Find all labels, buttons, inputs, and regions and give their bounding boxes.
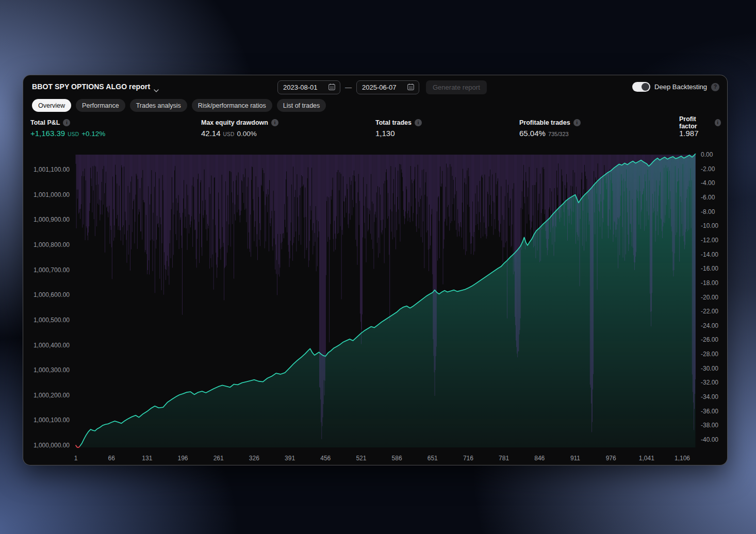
x-axis-label: 586 [392,455,402,462]
backtest-report-panel: BBOT SPY OPTIONS ALGO report 2023-08-01 … [23,75,728,465]
tab-list-of-trades[interactable]: List of trades [277,99,326,112]
y-axis-label: -16.00 [701,265,718,272]
tab-risk-performance-ratios[interactable]: Risk/performance ratios [192,99,272,112]
x-axis-label: 911 [570,455,580,462]
y-axis-label: 1,000,900.00 [23,216,70,223]
chart-plot-area[interactable] [75,154,697,448]
x-axis-label: 781 [499,455,509,462]
stat-extra: 0.00% [237,130,257,138]
x-axis-label: 1 [74,455,78,462]
x-axis-label: 846 [534,455,545,462]
stat-total-pnl: Total P&L i +1,163.39 USD +0.12% [30,119,105,138]
x-axis-label: 716 [463,455,473,462]
stat-value: 42.14 [201,129,221,138]
stat-profit-factor: Profit factor i 1.987 [679,119,721,138]
info-icon[interactable]: i [63,119,70,126]
y-axis-label: -28.00 [701,351,718,358]
x-axis-label: 651 [428,455,438,462]
x-axis-label: 456 [320,455,331,462]
stat-label: Total trades [375,119,412,126]
x-axis-label: 196 [178,455,188,462]
date-from-input[interactable]: 2023-08-01 [277,80,340,94]
x-axis-label: 261 [213,455,224,462]
tab-overview[interactable]: Overview [32,99,71,112]
stat-value: 65.04% [519,129,546,138]
x-axis-label: 1,106 [675,455,690,462]
x-axis-label: 66 [108,455,114,462]
y-axis-label: 1,000,500.00 [23,316,70,324]
stat-profitable-trades: Profitable trades i 65.04% 735/323 [519,119,581,138]
y-axis-label: -26.00 [701,336,718,343]
y-axis-label: -40.00 [701,436,718,443]
generate-report-button[interactable]: Generate report [426,80,487,94]
y-axis-label: -20.00 [701,294,718,301]
equity-drawdown-chart: 1,001,100.001,001,000.001,000,900.001,00… [23,150,728,466]
y-axis-label: 1,001,100.00 [23,166,70,173]
y-axis-label: -8.00 [701,208,715,215]
y-axis-label: 1,000,700.00 [23,266,70,274]
y-axis-label: 1,000,800.00 [23,241,70,248]
calendar-icon [328,83,336,92]
y-axis-label: 1,000,200.00 [23,392,70,399]
stat-unit: USD [223,131,235,137]
date-to-value: 2025-06-07 [362,84,397,91]
stat-total-trades: Total trades i 1,130 [375,119,422,138]
chevron-down-icon [154,85,159,88]
stat-value: +1,163.39 [30,129,65,138]
y-axis-label: -18.00 [701,279,718,287]
stat-value: 1,130 [375,129,395,138]
report-title: BBOT SPY OPTIONS ALGO report [32,82,150,91]
y-axis-label: -38.00 [701,422,718,429]
info-icon[interactable]: i [715,119,721,126]
y-axis-label: -30.00 [701,365,718,372]
info-icon[interactable]: i [271,119,278,126]
tab-trades-analysis[interactable]: Trades analysis [130,99,187,112]
date-from-value: 2023-08-01 [283,84,318,91]
x-axis-label: 976 [606,455,616,462]
y-axis-label: 1,000,600.00 [23,291,70,298]
y-axis-label: -32.00 [701,379,718,386]
help-icon[interactable]: ? [711,83,719,91]
y-axis-label: 0.00 [701,151,713,158]
y-axis-label: -12.00 [701,237,718,244]
y-axis-label: -14.00 [701,251,718,258]
y-axis-label: 1,000,300.00 [23,366,70,374]
stat-max-equity-drawdown: Max equity drawdown i 42.14 USD 0.00% [201,119,278,138]
summary-stats-row: Total P&L i +1,163.39 USD +0.12% Max equ… [23,119,727,143]
x-axis-label: 521 [356,455,366,462]
y-axis-label: -24.00 [701,322,718,329]
deep-backtesting-toggle[interactable] [632,82,650,92]
deep-backtesting-label: Deep Backtesting [654,83,707,91]
calendar-icon [407,83,415,92]
y-axis-label: -22.00 [701,308,718,315]
y-axis-label: -2.00 [701,165,715,173]
x-axis-label: 1,041 [639,455,654,462]
stat-unit: USD [68,131,79,137]
y-axis-label: -6.00 [701,194,715,201]
tab-performance[interactable]: Performance [76,99,125,112]
report-title-dropdown[interactable]: BBOT SPY OPTIONS ALGO report [32,82,159,91]
y-axis-label: -34.00 [701,393,718,400]
stat-extra: 735/323 [548,131,569,137]
y-axis-label: 1,000,100.00 [23,416,70,424]
deep-backtesting-controls: Deep Backtesting ? [632,82,719,92]
toggle-knob [642,83,649,91]
stat-label: Max equity drawdown [201,119,268,126]
info-icon[interactable]: i [573,119,581,126]
y-axis-label: 1,000,000.00 [23,442,70,449]
date-to-input[interactable]: 2025-06-07 [356,80,419,94]
stat-extra: +0.12% [81,130,105,138]
x-axis-label: 391 [285,455,295,462]
stat-value: 1.987 [679,129,699,138]
stat-label: Profitable trades [519,119,570,126]
x-axis-label: 326 [249,455,259,462]
y-axis-label: 1,000,400.00 [23,342,70,349]
y-axis-label: -10.00 [701,222,718,229]
info-icon[interactable]: i [415,119,422,126]
stat-label: Total P&L [30,119,60,126]
date-range-controls: 2023-08-01 — 2025-06-07 Generate report [277,80,487,94]
report-header: BBOT SPY OPTIONS ALGO report 2023-08-01 … [23,75,727,99]
x-axis-label: 131 [142,455,152,462]
y-axis-label: 1,001,000.00 [23,191,70,198]
y-axis-label: -36.00 [701,408,718,415]
